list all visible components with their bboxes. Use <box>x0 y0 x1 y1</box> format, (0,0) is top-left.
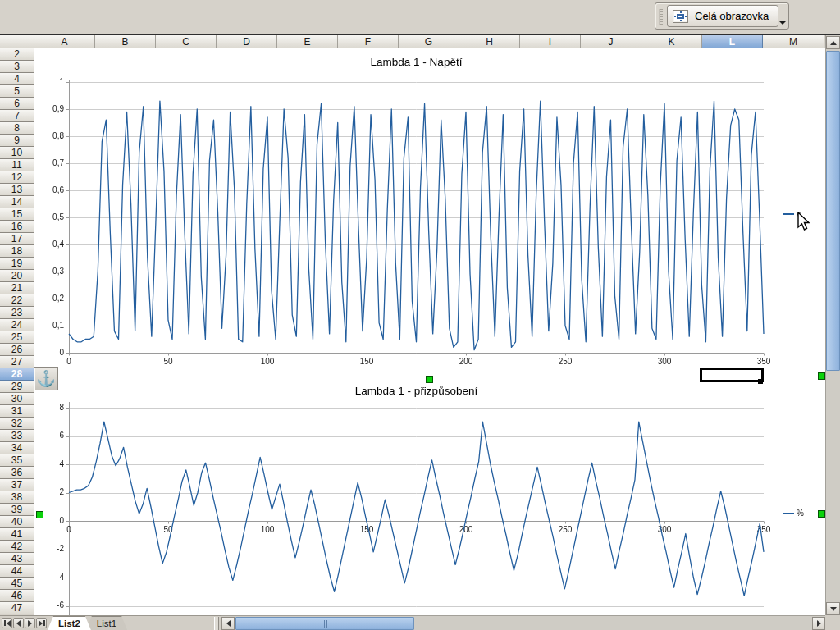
row-header-15[interactable]: 15 <box>0 208 34 221</box>
chart2-legend: % <box>783 509 804 518</box>
selection-handle-mid-right[interactable] <box>818 510 825 518</box>
row-header-41[interactable]: 41 <box>0 528 34 541</box>
row-header-31[interactable]: 31 <box>0 405 34 418</box>
scroll-down-button[interactable] <box>826 602 840 615</box>
vertical-scrollbar[interactable] <box>825 35 840 615</box>
row-header-35[interactable]: 35 <box>0 454 34 467</box>
chevron-down-icon <box>779 21 786 25</box>
row-header-27[interactable]: 27 <box>0 356 34 368</box>
row-header-8[interactable]: 8 <box>0 122 34 135</box>
row-header-43[interactable]: 43 <box>0 553 34 565</box>
column-header-I[interactable]: I <box>520 35 581 48</box>
sheet-tab-bar: List2List1 <box>0 615 221 630</box>
row-header-36[interactable]: 36 <box>0 467 34 479</box>
column-header-C[interactable]: C <box>156 35 217 48</box>
last-sheet-button[interactable] <box>36 618 47 628</box>
fullscreen-button-label: Celá obrazovka <box>695 10 769 22</box>
tab-scrollbar-splitter[interactable] <box>214 617 219 630</box>
thumb-grip-icon <box>322 620 328 628</box>
legend-line-icon <box>783 513 794 514</box>
row-header-26[interactable]: 26 <box>0 344 34 356</box>
top-toolbar: Celá obrazovka <box>0 0 840 34</box>
application-window: Celá obrazovka ABCDEFGHIJKLM 23456789101… <box>0 0 840 630</box>
toolbar-grip-handle[interactable] <box>659 9 663 25</box>
row-header-46[interactable]: 46 <box>0 590 34 602</box>
row-header-12[interactable]: 12 <box>0 171 34 184</box>
selection-handle-top-center[interactable] <box>426 376 433 383</box>
triangle-left-icon <box>7 620 11 627</box>
row-header-4[interactable]: 4 <box>0 73 34 85</box>
first-sheet-button[interactable] <box>2 618 12 628</box>
row-header-16[interactable]: 16 <box>0 221 34 233</box>
row-header-17[interactable]: 17 <box>0 233 34 245</box>
next-sheet-button[interactable] <box>25 618 35 628</box>
row-header-22[interactable]: 22 <box>0 294 34 307</box>
horizontal-scrollbar-thumb[interactable] <box>235 617 414 630</box>
row-header-42[interactable]: 42 <box>0 541 34 553</box>
sheet-tab-list1[interactable]: List1 <box>86 616 127 630</box>
row-header-24[interactable]: 24 <box>0 319 34 331</box>
column-header-D[interactable]: D <box>217 35 277 48</box>
row-header-38[interactable]: 38 <box>0 491 34 504</box>
row-header-37[interactable]: 37 <box>0 479 34 491</box>
row-header-32[interactable]: 32 <box>0 418 34 430</box>
row-header-28[interactable]: 28 <box>0 368 34 381</box>
row-header-25[interactable]: 25 <box>0 331 34 344</box>
row-header-30[interactable]: 30 <box>0 393 34 405</box>
scroll-up-button[interactable] <box>826 36 840 49</box>
row-header-34[interactable]: 34 <box>0 442 34 454</box>
chart-voltage-canvas[interactable] <box>36 49 827 374</box>
fullscreen-button[interactable]: Celá obrazovka <box>667 5 778 27</box>
row-header-14[interactable]: 14 <box>0 196 34 208</box>
row-header-29[interactable]: 29 <box>0 381 34 393</box>
chart-matching-canvas[interactable] <box>36 376 827 615</box>
column-header-F[interactable]: F <box>338 35 399 48</box>
row-header-9[interactable]: 9 <box>0 135 34 147</box>
cell-cursor[interactable] <box>700 368 764 382</box>
row-header-40[interactable]: 40 <box>0 516 34 528</box>
column-header-K[interactable]: K <box>641 35 702 48</box>
selection-handle-mid-left[interactable] <box>36 511 43 518</box>
row-header-13[interactable]: 13 <box>0 184 34 196</box>
row-header-6[interactable]: 6 <box>0 98 34 110</box>
row-header-11[interactable]: 11 <box>0 159 34 171</box>
column-header-G[interactable]: G <box>399 35 459 48</box>
row-header-7[interactable]: 7 <box>0 110 34 122</box>
toolbar-dropdown-button[interactable] <box>777 17 787 27</box>
sheet-tab-list2[interactable]: List2 <box>48 616 91 630</box>
row-header-5[interactable]: 5 <box>0 85 34 98</box>
column-header-M[interactable]: M <box>763 35 824 48</box>
column-header-E[interactable]: E <box>277 35 338 48</box>
column-header-L[interactable]: L <box>702 35 763 48</box>
row-header-2[interactable]: 2 <box>0 48 34 61</box>
row-header-19[interactable]: 19 <box>0 258 34 270</box>
bar-icon <box>4 620 6 626</box>
column-header-A[interactable]: A <box>34 35 95 48</box>
row-header-20[interactable]: 20 <box>0 270 34 282</box>
previous-sheet-button[interactable] <box>13 618 24 628</box>
row-header-10[interactable]: 10 <box>0 147 34 159</box>
row-header-21[interactable]: 21 <box>0 282 34 294</box>
row-header-3[interactable]: 3 <box>0 61 34 73</box>
fullscreen-toolbar: Celá obrazovka <box>655 2 789 30</box>
column-header-J[interactable]: J <box>581 35 641 48</box>
scroll-left-button[interactable] <box>221 617 235 630</box>
column-header-H[interactable]: H <box>459 35 520 48</box>
fill-handle[interactable] <box>758 379 763 384</box>
horizontal-scrollbar[interactable] <box>221 615 826 630</box>
triangle-right-icon <box>28 620 32 627</box>
row-header-18[interactable]: 18 <box>0 245 34 258</box>
row-header-23[interactable]: 23 <box>0 307 34 319</box>
row-header-45[interactable]: 45 <box>0 578 34 590</box>
scroll-right-button[interactable] <box>812 617 825 630</box>
select-all-corner[interactable] <box>0 35 34 48</box>
vertical-scrollbar-thumb[interactable] <box>826 51 840 371</box>
row-header-33[interactable]: 33 <box>0 430 34 442</box>
column-header-B[interactable]: B <box>95 35 156 48</box>
selection-handle-top-right[interactable] <box>818 372 825 380</box>
row-header-47[interactable]: 47 <box>0 602 34 614</box>
arrow-down-icon <box>830 607 837 611</box>
row-header-44[interactable]: 44 <box>0 565 34 578</box>
row-header-39[interactable]: 39 <box>0 504 34 516</box>
anchor-icon[interactable]: ⚓ <box>34 367 58 390</box>
